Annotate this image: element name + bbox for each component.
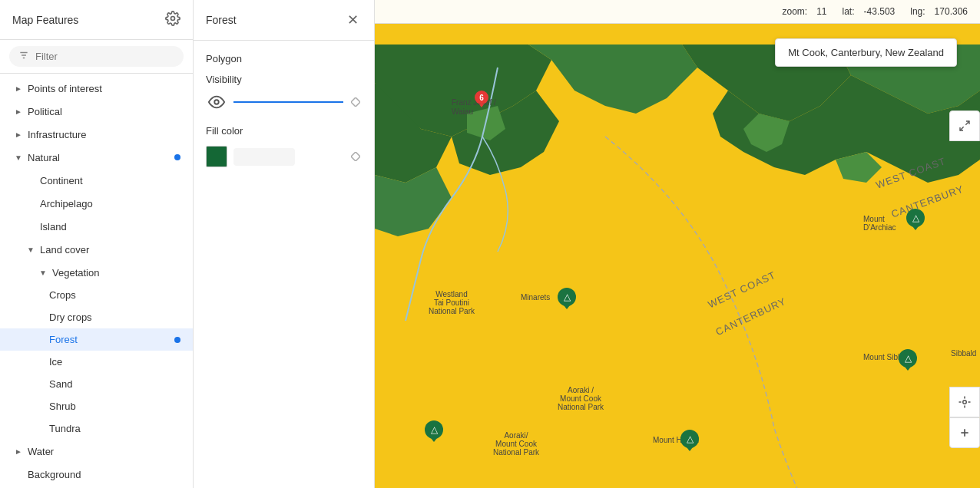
- polygon-label: Polygon: [206, 53, 362, 64]
- forest-polygon: [528, 45, 697, 114]
- map-svg: [375, 31, 980, 488]
- filter-icon: [18, 50, 29, 63]
- sidebar-header: Map Features: [0, 0, 193, 40]
- park-marker-4: △: [899, 349, 917, 368]
- sidebar-item-crops[interactable]: Crops: [0, 284, 193, 306]
- filter-input[interactable]: [35, 51, 174, 62]
- detail-header: Forest ✕: [194, 0, 374, 41]
- park-marker-2: △: [425, 420, 443, 439]
- sidebar-item-natural[interactable]: ▼ Natural: [0, 146, 193, 169]
- sidebar-item-points-of-interest[interactable]: ► Points of interest: [0, 77, 193, 100]
- svg-point-0: [171, 17, 175, 21]
- visibility-label: Visibility: [206, 74, 362, 85]
- sidebar-item-vegetation[interactable]: ▼ Vegetation: [0, 261, 193, 284]
- sidebar-item-label: Natural: [28, 152, 171, 163]
- park-marker-1: △: [558, 288, 576, 306]
- sidebar-item-archipelago[interactable]: ► Archipelago: [0, 192, 193, 215]
- chevron-right-icon: ►: [12, 105, 25, 117]
- boundary-line: [605, 137, 805, 488]
- sidebar-item-label: Forest: [49, 334, 171, 345]
- detail-panel: Forest ✕ Polygon Visibility Fill color 1…: [194, 0, 375, 488]
- red-marker: 6: [475, 91, 488, 104]
- sidebar-item-label: Vegetation: [52, 267, 180, 279]
- svg-marker-6: [351, 152, 360, 161]
- chevron-down-icon: ▼: [37, 266, 49, 279]
- sidebar-item-land-cover[interactable]: ▼ Land cover: [0, 238, 193, 261]
- settings-icon[interactable]: [165, 11, 180, 28]
- fullscreen-button[interactable]: [949, 110, 980, 141]
- lng-value: 170.306: [935, 6, 968, 17]
- eye-icon[interactable]: [206, 91, 227, 113]
- lat-value: -43.503: [864, 6, 896, 17]
- lng-label: lng:: [910, 6, 925, 17]
- detail-title: Forest: [206, 14, 237, 26]
- chevron-right-icon: ►: [12, 128, 25, 140]
- sidebar-item-label: Island: [40, 221, 180, 232]
- sidebar-item-label: Infrastructure: [28, 129, 180, 140]
- sidebar-title: Map Features: [12, 14, 78, 26]
- sidebar-item-tundra[interactable]: Tundra: [0, 417, 193, 440]
- sidebar-item-water[interactable]: ► Water: [0, 440, 193, 463]
- nav-list: ► Points of interest ► Political ► Infra…: [0, 74, 193, 488]
- svg-marker-5: [351, 97, 360, 107]
- svg-line-7: [965, 121, 969, 125]
- sidebar-item-label: Points of interest: [28, 83, 180, 94]
- sidebar-item-label: Sand: [49, 378, 180, 390]
- map-area[interactable]: zoom: 11 lat: -43.503 lng: 170.306: [375, 0, 980, 488]
- close-button[interactable]: ✕: [343, 11, 362, 29]
- sidebar-item-label: Ice: [49, 356, 180, 368]
- sidebar-item-label: Continent: [40, 175, 180, 186]
- sidebar-item-background[interactable]: ► Background: [0, 463, 193, 486]
- visibility-row: [206, 91, 362, 113]
- park-marker-3: △: [680, 430, 699, 448]
- sidebar-item-label: Political: [28, 106, 180, 117]
- sidebar-item-political[interactable]: ► Political: [0, 100, 193, 123]
- svg-line-8: [960, 127, 964, 130]
- filter-bar: [0, 40, 193, 74]
- sidebar-item-label: Shrub: [49, 401, 180, 412]
- chevron-down-icon: ▼: [12, 151, 25, 163]
- svg-point-9: [963, 401, 967, 404]
- sidebar-item-dry-crops[interactable]: Dry crops: [0, 306, 193, 328]
- fill-diamond-icon[interactable]: [349, 150, 362, 163]
- location-button[interactable]: [949, 387, 980, 417]
- sidebar-item-sand[interactable]: Sand: [0, 373, 193, 395]
- svg-point-4: [214, 100, 219, 104]
- park-marker-5: △: [906, 209, 925, 227]
- zoom-value: 11: [816, 6, 826, 17]
- chevron-down-icon: ▼: [25, 243, 37, 256]
- diamond-icon[interactable]: [349, 96, 362, 108]
- divider: [233, 101, 343, 103]
- active-dot: [174, 154, 180, 160]
- sidebar: Map Features ► Points of interest ► P: [0, 0, 194, 488]
- location-text: Mt Cook, Canterbury, New Zealand: [788, 47, 944, 58]
- zoom-in-button[interactable]: [949, 417, 980, 448]
- color-hex-input[interactable]: 146735: [233, 148, 295, 166]
- sidebar-item-infrastructure[interactable]: ► Infrastructure: [0, 123, 193, 146]
- color-swatch[interactable]: [206, 146, 227, 167]
- filter-input-wrap: [9, 46, 184, 67]
- map-controls: [949, 74, 980, 448]
- map-header-bar: zoom: 11 lat: -43.503 lng: 170.306: [375, 0, 980, 24]
- sidebar-item-ice[interactable]: Ice: [0, 351, 193, 373]
- location-tooltip: Mt Cook, Canterbury, New Zealand: [775, 38, 957, 67]
- sidebar-item-island[interactable]: ► Island: [0, 215, 193, 238]
- zoom-label: zoom:: [782, 6, 807, 17]
- sidebar-item-label: Crops: [49, 289, 180, 301]
- sidebar-item-label: Archipelago: [40, 198, 180, 209]
- active-dot: [174, 337, 180, 343]
- lat-label: lat:: [843, 6, 855, 17]
- sidebar-item-label: Land cover: [40, 244, 180, 256]
- sidebar-item-shrub[interactable]: Shrub: [0, 395, 193, 417]
- fill-color-row: 146735: [206, 146, 362, 167]
- sidebar-item-continent[interactable]: ► Continent: [0, 169, 193, 192]
- sidebar-item-label: Water: [28, 446, 180, 457]
- chevron-right-icon: ►: [12, 82, 25, 94]
- sidebar-item-label: Background: [28, 469, 180, 480]
- map-background: Mt Cook, Canterbury, New Zealand WEST CO…: [375, 0, 980, 488]
- sidebar-item-forest[interactable]: Forest: [0, 328, 193, 351]
- sidebar-item-label: Dry crops: [49, 312, 180, 323]
- sidebar-item-label: Tundra: [49, 423, 180, 434]
- fill-color-label: Fill color: [206, 125, 362, 137]
- chevron-right-icon: ►: [12, 445, 25, 457]
